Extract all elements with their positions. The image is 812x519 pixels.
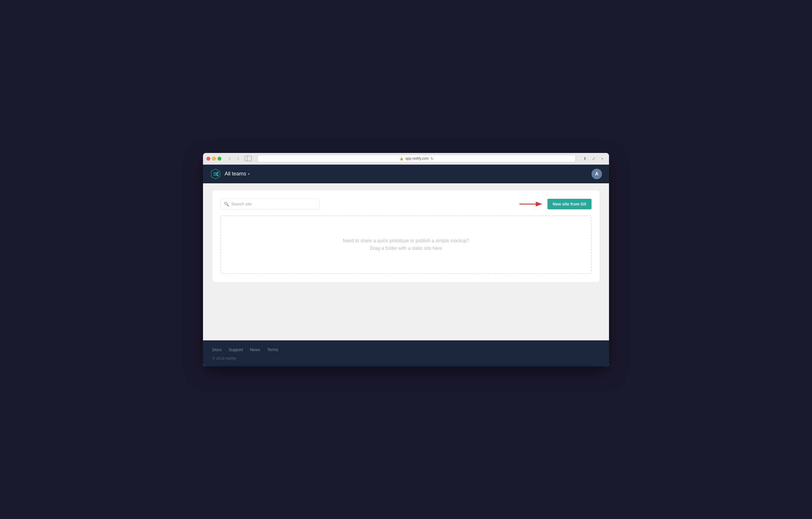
svg-point-5 <box>216 173 218 175</box>
reload-icon[interactable]: ↻ <box>431 157 434 161</box>
drop-zone-text: Need to share a quick prototype or publi… <box>343 237 469 252</box>
avatar[interactable]: A <box>591 169 602 179</box>
drop-zone-line2: Drag a folder with a static site here <box>343 245 469 252</box>
drop-zone-line1: Need to share a quick prototype or publi… <box>343 237 469 245</box>
svg-point-4 <box>217 172 219 173</box>
address-bar[interactable]: 🔒 app.netlify.com ↻ <box>258 155 576 162</box>
url-text: app.netlify.com <box>405 157 429 161</box>
main-content: 🔍 New site from Git <box>212 190 600 282</box>
top-nav: All teams ▾ A <box>203 165 609 183</box>
drop-zone[interactable]: Need to share a quick prototype or publi… <box>221 215 591 274</box>
new-tab-icon[interactable]: + <box>599 155 606 162</box>
arrow-pointer <box>519 200 543 208</box>
svg-marker-8 <box>536 202 542 207</box>
toolbar-right: New site from Git <box>519 199 591 209</box>
lock-icon: 🔒 <box>400 157 404 161</box>
arrow-icon <box>519 200 543 208</box>
maximize-button[interactable] <box>218 157 221 161</box>
team-name-label: All teams <box>225 171 246 177</box>
footer-links: Docs Support News Terms <box>212 347 600 352</box>
browser-titlebar: ‹ › 🔒 app.netlify.com ↻ ⬆ ⤢ + <box>203 153 609 165</box>
browser-nav: ‹ › <box>226 155 252 162</box>
search-input[interactable] <box>221 198 320 210</box>
search-wrapper: 🔍 <box>221 198 320 210</box>
forward-button[interactable]: › <box>235 155 242 162</box>
browser-actions: ⬆ ⤢ + <box>582 155 606 162</box>
toolbar: 🔍 New site from Git <box>221 198 591 210</box>
app-container: All teams ▾ A 🔍 <box>203 165 609 366</box>
back-button[interactable]: ‹ <box>226 155 233 162</box>
fullscreen-icon[interactable]: ⤢ <box>590 155 597 162</box>
search-icon: 🔍 <box>224 202 229 207</box>
share-icon[interactable]: ⬆ <box>582 155 588 162</box>
footer-link-news[interactable]: News <box>250 347 260 352</box>
traffic-lights <box>206 157 221 161</box>
gray-area <box>203 282 609 340</box>
footer-link-support[interactable]: Support <box>229 347 243 352</box>
nav-left: All teams ▾ <box>210 168 250 180</box>
footer: Docs Support News Terms © 2018 Netlify <box>203 340 609 366</box>
new-site-button[interactable]: New site from Git <box>547 199 591 209</box>
footer-link-terms[interactable]: Terms <box>267 347 278 352</box>
browser-window: ‹ › 🔒 app.netlify.com ↻ ⬆ ⤢ + <box>203 153 609 366</box>
copyright: © 2018 Netlify <box>212 356 600 360</box>
footer-link-docs[interactable]: Docs <box>212 347 222 352</box>
avatar-letter: A <box>595 171 599 176</box>
team-selector[interactable]: All teams ▾ <box>225 171 250 177</box>
sidebar-toggle[interactable] <box>245 156 252 161</box>
svg-point-6 <box>217 174 219 176</box>
close-button[interactable] <box>206 157 210 161</box>
minimize-button[interactable] <box>212 157 216 161</box>
chevron-down-icon: ▾ <box>248 172 250 176</box>
netlify-logo <box>210 168 221 180</box>
